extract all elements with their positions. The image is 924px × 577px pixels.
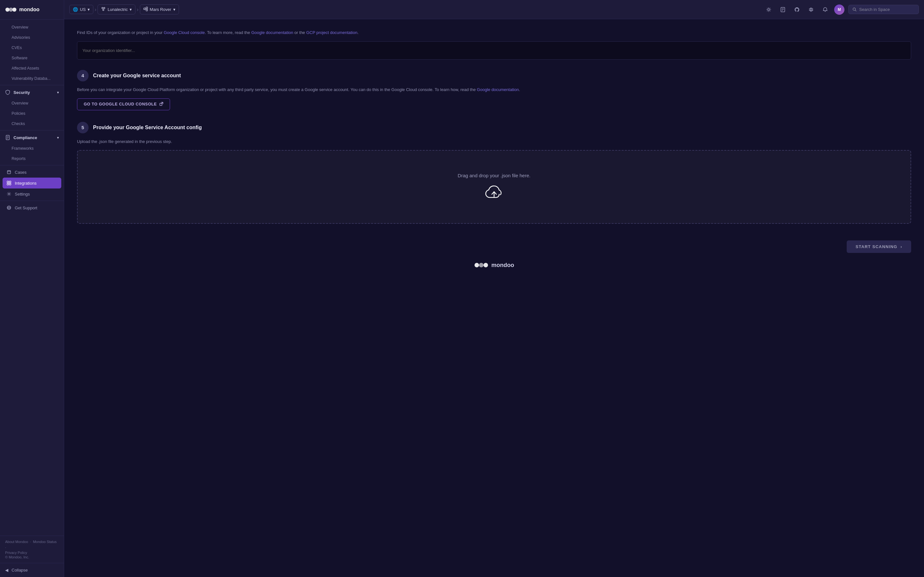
footer-about-link[interactable]: About Mondoo bbox=[5, 540, 28, 544]
affected-assets-label: Affected Assets bbox=[11, 66, 39, 71]
start-scanning-label: START SCANNING bbox=[856, 244, 897, 249]
sidebar-item-integrations[interactable]: Integrations bbox=[3, 177, 61, 189]
gcp-project-link[interactable]: GCP project documentation bbox=[306, 30, 357, 35]
user-avatar[interactable]: M bbox=[834, 5, 845, 15]
sidebar-nav: Overview Advisories CVEs Software Affect… bbox=[0, 19, 64, 536]
support-icon bbox=[6, 205, 11, 210]
collapse-label: Collapse bbox=[11, 568, 28, 572]
svg-point-13 bbox=[7, 206, 11, 210]
sidebar-item-software[interactable]: Software bbox=[0, 53, 64, 63]
region-label: US bbox=[80, 7, 86, 12]
gcp-docs-link[interactable]: Google documentation bbox=[251, 30, 293, 35]
reports-label: Reports bbox=[11, 156, 26, 161]
breadcrumb-sep-2: › bbox=[137, 7, 138, 13]
org-identifier-input[interactable] bbox=[77, 41, 911, 60]
space-chevron-icon: ▾ bbox=[173, 7, 176, 12]
sidebar-logo-area: mondoo bbox=[0, 0, 64, 19]
sidebar-item-cases[interactable]: Cases bbox=[0, 167, 64, 177]
collapse-button[interactable]: ◀ Collapse bbox=[0, 563, 64, 577]
svg-rect-22 bbox=[144, 8, 145, 10]
sidebar-item-vuln-db[interactable]: Vulnerability Databa... bbox=[0, 73, 64, 84]
sidebar-item-affected-assets[interactable]: Affected Assets bbox=[0, 63, 64, 73]
software-label: Software bbox=[11, 56, 27, 60]
google-console-button-label: GO TO GOOGLE CLOUD CONSOLE bbox=[84, 102, 157, 106]
breadcrumb-region[interactable]: 🌐 US ▾ bbox=[69, 5, 94, 14]
svg-rect-44 bbox=[811, 9, 813, 9]
svg-point-1 bbox=[9, 8, 13, 12]
overview-label: Overview bbox=[11, 25, 28, 29]
slack-icon-button[interactable] bbox=[806, 5, 816, 15]
main-area: 🌐 US ▾ › Lunalectric ▾ › bbox=[64, 0, 924, 577]
step-5-header: 5 Provide your Google Service Account co… bbox=[77, 122, 911, 133]
svg-point-0 bbox=[5, 8, 10, 12]
step-5-section: 5 Provide your Google Service Account co… bbox=[77, 122, 911, 224]
svg-line-32 bbox=[770, 8, 771, 8]
svg-point-50 bbox=[479, 263, 483, 268]
svg-point-12 bbox=[8, 193, 10, 195]
json-dropzone[interactable]: Drag and drop your .json file here. bbox=[77, 150, 911, 224]
footer-copyright: © Mondoo, Inc. bbox=[5, 555, 59, 559]
start-scanning-button[interactable]: START SCANNING › bbox=[846, 240, 911, 253]
search-placeholder: Search in Space bbox=[859, 7, 890, 12]
svg-rect-10 bbox=[7, 183, 9, 185]
sidebar-item-cves[interactable]: CVEs bbox=[0, 43, 64, 53]
settings-label: Settings bbox=[15, 192, 30, 197]
sidebar-item-advisories[interactable]: Advisories bbox=[0, 32, 64, 43]
find-ids-prefix: Find IDs of your organization or project… bbox=[77, 30, 164, 35]
topbar: 🌐 US ▾ › Lunalectric ▾ › bbox=[64, 0, 924, 19]
svg-point-49 bbox=[475, 263, 479, 268]
sidebar: mondoo Overview Advisories CVEs Software… bbox=[0, 0, 64, 577]
breadcrumb-org[interactable]: Lunalectric ▾ bbox=[97, 5, 136, 15]
policies-label: Policies bbox=[11, 111, 25, 116]
notification-icon-button[interactable] bbox=[820, 5, 830, 15]
dropzone-label: Drag and drop your .json file here. bbox=[458, 173, 531, 178]
sidebar-item-overview[interactable]: Overview bbox=[0, 22, 64, 32]
svg-point-46 bbox=[853, 8, 856, 11]
gcp-console-link[interactable]: Google Cloud console bbox=[164, 30, 205, 35]
breadcrumb: 🌐 US ▾ › Lunalectric ▾ › bbox=[69, 5, 179, 15]
svg-line-30 bbox=[767, 8, 767, 8]
step-5-description: Upload the .json file generated in the p… bbox=[77, 139, 911, 145]
compliance-icon bbox=[5, 135, 10, 140]
footer-status-link[interactable]: Mondoo Status bbox=[33, 540, 57, 544]
advisories-label: Advisories bbox=[11, 35, 30, 40]
sidebar-item-policies[interactable]: Policies bbox=[0, 108, 64, 119]
docs-icon-button[interactable] bbox=[778, 5, 788, 15]
sidebar-item-reports[interactable]: Reports bbox=[0, 153, 64, 164]
github-icon-button[interactable] bbox=[792, 5, 802, 15]
main-content: Find IDs of your organization or project… bbox=[64, 19, 924, 577]
google-console-button[interactable]: GO TO GOOGLE CLOUD CONSOLE bbox=[77, 98, 170, 110]
svg-rect-40 bbox=[809, 9, 811, 9]
globe-icon: 🌐 bbox=[73, 7, 78, 12]
sidebar-security-header[interactable]: Security ▾ bbox=[0, 87, 64, 98]
step4-docs-link[interactable]: Google documentation bbox=[477, 87, 519, 92]
breadcrumb-space[interactable]: Mars Rover ▾ bbox=[140, 5, 179, 15]
footer-privacy-link[interactable]: Privacy Policy bbox=[5, 551, 27, 554]
find-ids-middle: . To learn more, read the bbox=[205, 30, 251, 35]
sidebar-item-settings[interactable]: Settings bbox=[0, 189, 64, 199]
svg-rect-45 bbox=[811, 10, 813, 11]
step-4-title: Create your Google service account bbox=[93, 73, 181, 79]
collapse-chevron-icon: ◀ bbox=[5, 568, 8, 572]
nav-divider-2 bbox=[0, 130, 64, 131]
sidebar-item-frameworks[interactable]: Frameworks bbox=[0, 143, 64, 153]
vuln-db-label: Vulnerability Databa... bbox=[11, 76, 51, 81]
compliance-label: Compliance bbox=[13, 135, 37, 140]
org-chevron-icon: ▾ bbox=[129, 7, 132, 12]
sidebar-compliance-header[interactable]: Compliance ▾ bbox=[0, 132, 64, 143]
sidebar-item-checks[interactable]: Checks bbox=[0, 119, 64, 129]
integrations-icon bbox=[6, 181, 11, 185]
step-4-section: 4 Create your Google service account Bef… bbox=[77, 70, 911, 110]
search-bar[interactable]: Search in Space bbox=[848, 5, 919, 14]
search-icon bbox=[853, 7, 857, 11]
sidebar-item-security-overview[interactable]: Overview bbox=[0, 98, 64, 108]
find-ids-text: Find IDs of your organization or project… bbox=[77, 29, 911, 36]
find-ids-end: . bbox=[357, 30, 359, 35]
sidebar-item-get-support[interactable]: Get Support bbox=[0, 202, 64, 213]
mondoo-logo[interactable]: mondoo bbox=[5, 6, 39, 13]
step-4-header: 4 Create your Google service account bbox=[77, 70, 911, 81]
sun-icon-button[interactable] bbox=[764, 5, 774, 15]
external-link-icon bbox=[160, 102, 163, 107]
logo-text: mondoo bbox=[19, 7, 39, 13]
svg-point-20 bbox=[103, 7, 105, 9]
